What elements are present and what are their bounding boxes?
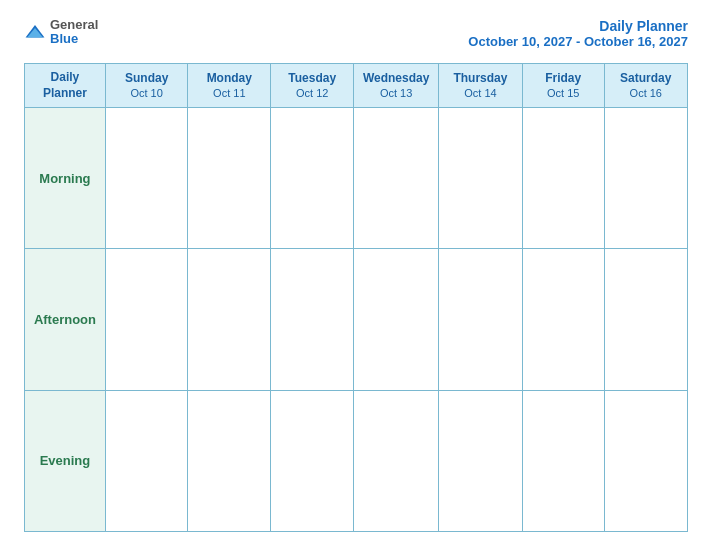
general-blue-logo-icon: [24, 23, 46, 41]
planner-table: Daily Planner SundayOct 10MondayOct 11Tu…: [24, 63, 688, 532]
cell-morning-tuesday[interactable]: [271, 108, 354, 249]
cell-morning-saturday[interactable]: [604, 108, 687, 249]
cell-afternoon-tuesday[interactable]: [271, 249, 354, 390]
table-row: Evening: [25, 390, 688, 531]
cell-afternoon-friday[interactable]: [522, 249, 604, 390]
cell-morning-sunday[interactable]: [105, 108, 188, 249]
cell-evening-thursday[interactable]: [439, 390, 523, 531]
cell-morning-monday[interactable]: [188, 108, 271, 249]
page-header: General Blue Daily Planner October 10, 2…: [24, 18, 688, 49]
cell-evening-friday[interactable]: [522, 390, 604, 531]
cell-afternoon-saturday[interactable]: [604, 249, 687, 390]
row-label-evening: Evening: [25, 390, 106, 531]
cell-morning-friday[interactable]: [522, 108, 604, 249]
table-row: Afternoon: [25, 249, 688, 390]
row-label-morning: Morning: [25, 108, 106, 249]
cell-evening-wednesday[interactable]: [354, 390, 439, 531]
planner-title: Daily Planner: [468, 18, 688, 34]
table-header-col-monday: MondayOct 11: [188, 64, 271, 108]
cell-evening-sunday[interactable]: [105, 390, 188, 531]
cell-afternoon-sunday[interactable]: [105, 249, 188, 390]
cell-afternoon-wednesday[interactable]: [354, 249, 439, 390]
table-header-col-sunday: SundayOct 10: [105, 64, 188, 108]
logo-blue: Blue: [50, 32, 98, 46]
cell-afternoon-thursday[interactable]: [439, 249, 523, 390]
logo: General Blue: [24, 18, 98, 47]
logo-general: General: [50, 18, 98, 32]
table-header-col-thursday: ThursdayOct 14: [439, 64, 523, 108]
logo-text: General Blue: [50, 18, 98, 47]
cell-afternoon-monday[interactable]: [188, 249, 271, 390]
table-header-row: Daily Planner SundayOct 10MondayOct 11Tu…: [25, 64, 688, 108]
table-header-col-wednesday: WednesdayOct 13: [354, 64, 439, 108]
table-row: Morning: [25, 108, 688, 249]
cell-evening-saturday[interactable]: [604, 390, 687, 531]
cell-morning-wednesday[interactable]: [354, 108, 439, 249]
table-header-col-tuesday: TuesdayOct 12: [271, 64, 354, 108]
title-block: Daily Planner October 10, 2027 - October…: [468, 18, 688, 49]
table-header-col-saturday: SaturdayOct 16: [604, 64, 687, 108]
table-corner-header: Daily Planner: [25, 64, 106, 108]
cell-evening-monday[interactable]: [188, 390, 271, 531]
planner-date-range: October 10, 2027 - October 16, 2027: [468, 34, 688, 49]
row-label-afternoon: Afternoon: [25, 249, 106, 390]
cell-evening-tuesday[interactable]: [271, 390, 354, 531]
cell-morning-thursday[interactable]: [439, 108, 523, 249]
table-header-col-friday: FridayOct 15: [522, 64, 604, 108]
